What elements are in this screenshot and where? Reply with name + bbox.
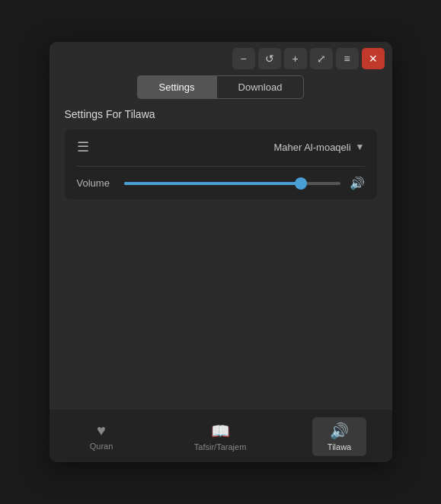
minimize-button[interactable]: − <box>232 48 255 69</box>
nav-label-quran: Quran <box>90 442 113 451</box>
main-window: − ↺ + ⤢ ≡ ✕ Settings Download Settings F… <box>50 42 392 462</box>
content-area: Settings For Tilawa ☰ Maher Al-moaqeli ▼… <box>50 108 392 212</box>
tab-bar: Settings Download <box>50 75 392 108</box>
slider-thumb[interactable] <box>295 177 307 190</box>
slider-track <box>124 182 340 185</box>
list-icon: ☰ <box>77 139 89 155</box>
bottom-nav: ♥ Quran 📖 Tafsir/Tarajem 🔊 Tilawa <box>50 410 392 462</box>
reciter-row: ☰ Maher Al-moaqeli ▼ <box>77 139 365 167</box>
speaker-icon: 🔊 <box>330 422 349 440</box>
nav-item-tilawa[interactable]: 🔊 Tilawa <box>312 417 366 456</box>
close-button[interactable]: ✕ <box>362 48 385 69</box>
slider-fill <box>124 182 302 185</box>
volume-label: Volume <box>77 177 115 189</box>
nav-label-tafsir: Tafsir/Tarajem <box>194 442 246 451</box>
reciter-dropdown[interactable]: Maher Al-moaqeli ▼ <box>273 142 364 153</box>
add-button[interactable]: + <box>284 48 307 69</box>
nav-item-tafsir[interactable]: 📖 Tafsir/Tarajem <box>179 417 261 456</box>
tab-settings[interactable]: Settings <box>137 75 216 99</box>
heart-icon: ♥ <box>97 422 106 439</box>
menu-button[interactable]: ≡ <box>336 48 359 69</box>
volume-row: Volume 🔊 <box>77 167 365 190</box>
reciter-name: Maher Al-moaqeli <box>273 142 350 153</box>
titlebar: − ↺ + ⤢ ≡ ✕ <box>50 42 392 75</box>
nav-item-quran[interactable]: ♥ Quran <box>75 417 129 456</box>
refresh-button[interactable]: ↺ <box>258 48 281 69</box>
nav-label-tilawa: Tilawa <box>328 442 351 451</box>
book-icon: 📖 <box>211 422 230 440</box>
volume-slider[interactable] <box>124 182 340 185</box>
resize-button[interactable]: ⤢ <box>310 48 333 69</box>
settings-card: ☰ Maher Al-moaqeli ▼ Volume 🔊 <box>65 129 377 199</box>
volume-icon: 🔊 <box>350 176 365 190</box>
tab-download[interactable]: Download <box>216 75 305 99</box>
chevron-down-icon: ▼ <box>356 142 365 152</box>
section-title: Settings For Tilawa <box>65 108 377 120</box>
